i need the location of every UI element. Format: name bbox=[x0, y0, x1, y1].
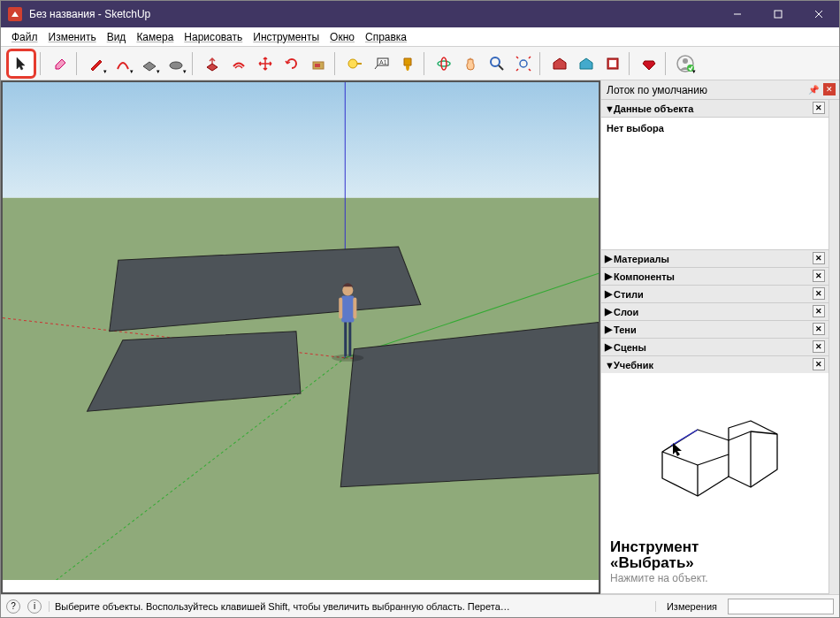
svg-rect-32 bbox=[341, 295, 354, 322]
move-tool[interactable] bbox=[253, 51, 278, 76]
panel-close-button[interactable]: ✕ bbox=[813, 305, 825, 317]
user-tool[interactable] bbox=[673, 51, 698, 76]
eraser-tool[interactable] bbox=[48, 51, 73, 76]
extensions-tool[interactable] bbox=[637, 51, 661, 76]
minimize-button[interactable] bbox=[717, 1, 758, 27]
panel-close-button[interactable]: ✕ bbox=[813, 323, 825, 335]
text-icon: A1 bbox=[372, 55, 390, 72]
circle-tool[interactable] bbox=[164, 51, 188, 76]
tray-close-button[interactable]: ✕ bbox=[823, 83, 836, 95]
orbit-icon bbox=[435, 55, 453, 72]
measurements-label: Измерения bbox=[663, 601, 721, 612]
menu-tools[interactable]: Инструменты bbox=[248, 29, 325, 45]
help-icon[interactable]: ? bbox=[6, 599, 20, 614]
select-tool[interactable] bbox=[6, 49, 36, 79]
status-text: Выберите объекты. Воспользуйтесь клавише… bbox=[49, 601, 656, 612]
rotate-tool[interactable] bbox=[279, 51, 304, 76]
panel-close-button[interactable]: ✕ bbox=[813, 340, 825, 353]
triangle-right-icon: ▶ bbox=[605, 341, 614, 353]
warehouse-tool[interactable] bbox=[547, 51, 572, 76]
pin-icon[interactable]: 📌 bbox=[807, 83, 820, 95]
pencil-icon bbox=[88, 55, 105, 72]
triangle-right-icon: ▶ bbox=[605, 306, 614, 317]
panel-head-scenes[interactable]: ▶Сцены✕ bbox=[601, 339, 829, 355]
offset-tool[interactable] bbox=[226, 51, 251, 76]
panel-close-button[interactable]: ✕ bbox=[813, 358, 825, 370]
tray-title: Лоток по умолчанию bbox=[607, 84, 707, 96]
eraser-icon bbox=[51, 55, 69, 72]
panel-head-layers[interactable]: ▶Слои✕ bbox=[601, 303, 829, 320]
maximize-button[interactable] bbox=[758, 1, 798, 27]
svg-rect-33 bbox=[339, 297, 342, 318]
paint-icon bbox=[399, 55, 416, 72]
measurements-input[interactable] bbox=[728, 599, 834, 614]
zoom-tool[interactable] bbox=[485, 51, 509, 76]
ruby-icon bbox=[640, 55, 658, 72]
pushpull-tool[interactable] bbox=[200, 51, 225, 76]
svg-rect-6 bbox=[315, 64, 320, 67]
info-icon[interactable]: i bbox=[27, 599, 42, 614]
svg-point-12 bbox=[491, 57, 500, 66]
svg-rect-31 bbox=[348, 321, 351, 356]
menu-view[interactable]: Вид bbox=[102, 29, 132, 45]
menu-help[interactable]: Справка bbox=[360, 29, 412, 45]
svg-rect-15 bbox=[609, 60, 616, 67]
pushpull-icon bbox=[203, 55, 221, 72]
triangle-down-icon: ▼ bbox=[605, 360, 614, 370]
rectangle-tool[interactable] bbox=[137, 51, 162, 76]
menu-camera[interactable]: Камера bbox=[131, 29, 179, 45]
layout-tool[interactable] bbox=[600, 51, 625, 76]
tutorial-body: Инструмент«Выбрать» Нажмите на объект. bbox=[601, 373, 829, 593]
rect-icon bbox=[141, 55, 158, 72]
3d-viewport[interactable] bbox=[1, 80, 600, 594]
circle-icon bbox=[167, 55, 185, 72]
triangle-right-icon: ▶ bbox=[605, 253, 614, 264]
tray-scrollbar[interactable] bbox=[829, 100, 839, 594]
panel-head-components[interactable]: ▶Компоненты✕ bbox=[601, 268, 829, 285]
menu-draw[interactable]: Нарисовать bbox=[179, 29, 248, 45]
window-titlebar: Без названия - SketchUp bbox=[1, 1, 839, 27]
tutorial-illustration bbox=[645, 412, 786, 509]
scale-tool[interactable] bbox=[306, 51, 331, 76]
paint-tool[interactable] bbox=[395, 51, 420, 76]
panel-head-entity-info[interactable]: ▼ Данные объекта ✕ bbox=[601, 100, 829, 117]
pan-icon bbox=[462, 55, 479, 72]
svg-point-17 bbox=[683, 58, 688, 64]
svg-point-29 bbox=[332, 355, 363, 362]
zoomext-icon bbox=[515, 55, 532, 72]
warehouse2-icon bbox=[577, 55, 595, 72]
menu-file[interactable]: Файл bbox=[6, 29, 43, 45]
tape-icon bbox=[346, 55, 363, 72]
svg-rect-34 bbox=[353, 297, 356, 318]
zoom-extents-tool[interactable] bbox=[511, 51, 536, 76]
panel-head-materials[interactable]: ▶Материалы✕ bbox=[601, 250, 829, 267]
window-title: Без названия - SketchUp bbox=[29, 8, 717, 20]
svg-point-10 bbox=[438, 61, 450, 66]
close-button[interactable] bbox=[798, 1, 839, 27]
panel-close-button[interactable]: ✕ bbox=[813, 102, 825, 114]
tape-tool[interactable] bbox=[342, 51, 367, 76]
toolbar: A1 bbox=[1, 47, 839, 80]
arc-tool[interactable] bbox=[111, 51, 135, 76]
tray-header[interactable]: Лоток по умолчанию 📌 ✕ bbox=[601, 80, 839, 100]
text-tool[interactable]: A1 bbox=[369, 51, 393, 76]
panel-head-shadows[interactable]: ▶Тени✕ bbox=[601, 321, 829, 338]
viewport-scene bbox=[3, 82, 599, 580]
svg-point-4 bbox=[170, 62, 182, 69]
pan-tool[interactable] bbox=[458, 51, 483, 76]
triangle-down-icon: ▼ bbox=[605, 103, 614, 114]
menu-window[interactable]: Окно bbox=[325, 29, 360, 45]
menu-edit[interactable]: Изменить bbox=[43, 29, 102, 45]
rotate-icon bbox=[283, 55, 301, 72]
panel-head-styles[interactable]: ▶Стили✕ bbox=[601, 286, 829, 302]
panel-close-button[interactable]: ✕ bbox=[813, 252, 825, 264]
panel-head-tutorial[interactable]: ▼Учебник✕ bbox=[601, 356, 829, 373]
panel-close-button[interactable]: ✕ bbox=[813, 270, 825, 282]
svg-rect-30 bbox=[344, 321, 347, 356]
line-tool[interactable] bbox=[84, 51, 109, 76]
warehouse2-tool[interactable] bbox=[574, 51, 599, 76]
triangle-right-icon: ▶ bbox=[605, 288, 614, 300]
orbit-tool[interactable] bbox=[431, 51, 456, 76]
panel-close-button[interactable]: ✕ bbox=[813, 287, 825, 300]
zoom-icon bbox=[488, 55, 506, 72]
